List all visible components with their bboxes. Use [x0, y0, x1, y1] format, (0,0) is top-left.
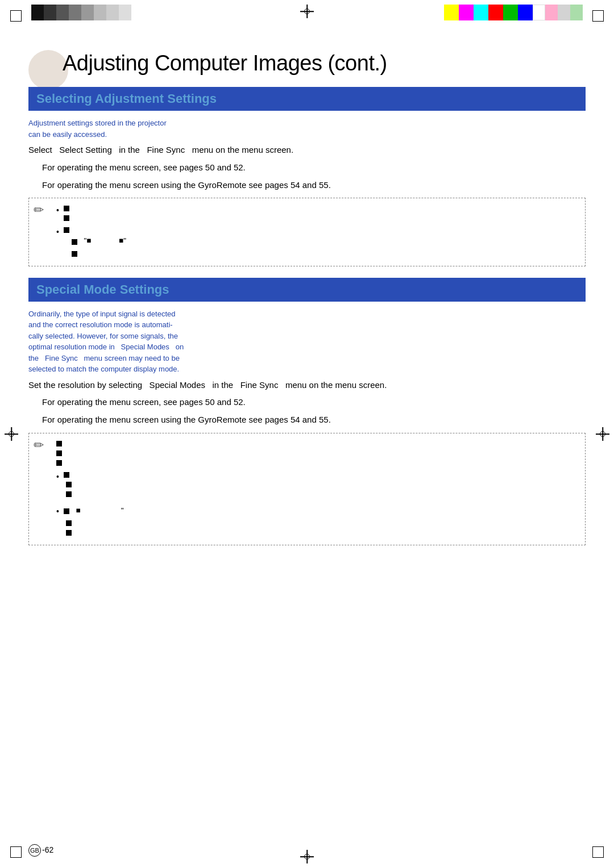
reg-mark-bl [10, 846, 22, 858]
gray-bar [69, 5, 81, 20]
gray-bar [44, 5, 56, 20]
color-bar-pink [545, 5, 558, 20]
note-text-2b: "■ ■" [80, 235, 126, 247]
reg-mark-tl [10, 10, 22, 22]
gray-bar [119, 5, 131, 20]
reg-mark-tr [592, 10, 604, 22]
section2-body: Set the resolution by selecting Special … [28, 378, 586, 427]
section1-note-box: ✏ • • [28, 198, 586, 266]
section2-header: Special Mode Settings [28, 278, 586, 302]
black-rect [56, 460, 62, 466]
section2-subtitle: Ordinarily, the type of input signal is … [28, 306, 586, 378]
color-bar-cyan [474, 5, 488, 20]
section1-note-content: • • [37, 204, 577, 256]
pencil-icon-2: ✏ [34, 438, 44, 453]
color-bar-lightgray [558, 5, 570, 20]
s2-note-item-bullet2: • ■ " [56, 505, 577, 536]
section2-para1: Set the resolution by selecting Special … [28, 378, 586, 393]
section2-note-box: ✏ • [28, 433, 586, 545]
gb-circle: GB [28, 844, 41, 857]
section1-para2: For operating the menu screen, see pages… [28, 161, 586, 175]
black-rect [66, 530, 72, 536]
section1-para3: For operating the menu screen using the … [28, 178, 586, 193]
color-bar-green [503, 5, 518, 20]
black-rect [64, 472, 69, 478]
section1-subtitle: Adjustment settings stored in the projec… [28, 115, 586, 143]
crosshair-right [596, 427, 609, 441]
section1-header: Selecting Adjustment Settings [28, 87, 586, 111]
black-rect [64, 227, 69, 233]
gray-bars-top-left [31, 5, 131, 20]
color-bar-red [488, 5, 503, 20]
crosshair-top [300, 5, 314, 18]
black-rect [56, 450, 62, 456]
black-rect [66, 491, 72, 497]
s2-note-7: ■ " [72, 505, 124, 516]
color-bar-magenta [459, 5, 474, 20]
page-title: Adjusting Computer Images (cont.) [28, 51, 586, 76]
color-bar-white [533, 5, 545, 20]
reg-mark-br [592, 846, 604, 858]
section2-para3: For operating the menu screen using the … [28, 413, 586, 427]
black-rect [64, 508, 69, 514]
gray-bar [81, 5, 94, 20]
note-item-1: • [56, 204, 577, 221]
black-rect [72, 251, 77, 257]
page-content: Adjusting Computer Images (cont.) Select… [28, 34, 586, 834]
section-selecting-adjustment: Selecting Adjustment Settings Adjustment… [28, 87, 586, 266]
section1-para1: Select Select Setting in the Fine Sync m… [28, 143, 586, 157]
color-bars-top-right [444, 5, 583, 20]
section2-title: Special Mode Settings [36, 282, 169, 297]
page-number: GB-62 [28, 844, 53, 857]
crosshair-left [5, 427, 18, 441]
color-bar-lightgreen [570, 5, 583, 20]
page-num-text: -62 [42, 845, 53, 854]
black-rect [72, 239, 77, 245]
black-rect [66, 520, 72, 526]
color-bar-yellow [444, 5, 459, 20]
section2-note-content: • [37, 439, 577, 536]
gray-bar [31, 5, 44, 20]
gray-bar [56, 5, 69, 20]
section-special-mode: Special Mode Settings Ordinarily, the ty… [28, 278, 586, 546]
gray-bar [94, 5, 106, 20]
black-rect [66, 482, 72, 487]
color-bar-blue [518, 5, 533, 20]
crosshair-bottom [300, 850, 314, 863]
black-rect [64, 215, 69, 221]
s2-note-item-bullet1: • [56, 470, 577, 502]
black-rect [64, 206, 69, 211]
section1-title: Selecting Adjustment Settings [36, 91, 217, 106]
section2-para2: For operating the menu screen, see pages… [28, 395, 586, 410]
gray-bar [106, 5, 119, 20]
note-item-2: • "■ ■" [56, 226, 577, 256]
pencil-icon: ✏ [34, 203, 44, 218]
section1-body: Select Select Setting in the Fine Sync m… [28, 143, 586, 192]
black-rect [56, 441, 62, 446]
